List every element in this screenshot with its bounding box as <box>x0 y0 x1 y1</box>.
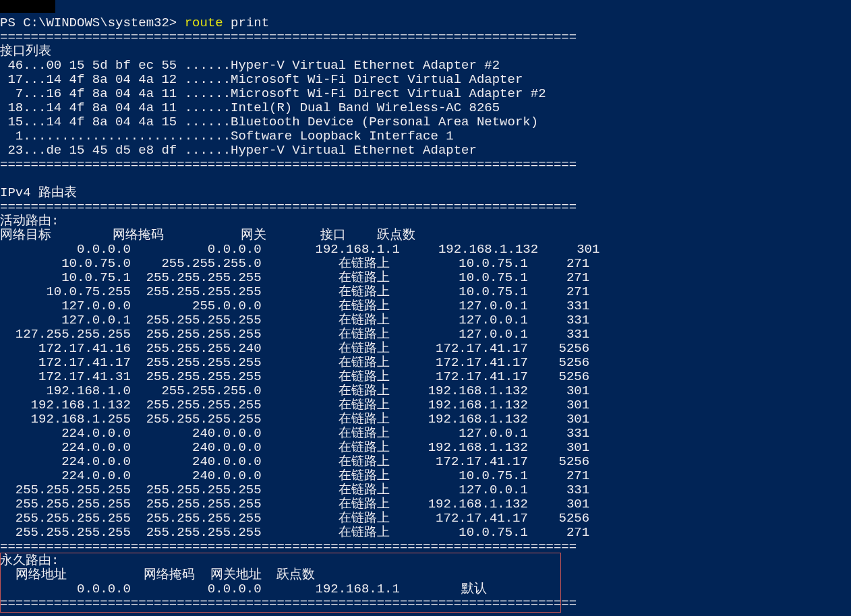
interface-entry: 17...14 4f 8a 04 4a 12 ......Microsoft W… <box>0 72 523 87</box>
persistent-header: 网络地址 网络掩码 网关地址 跃点数 <box>0 567 315 582</box>
active-routes-title: 活动路由: <box>0 214 59 228</box>
route-row: 127.0.0.0 255.0.0.0 在链路上 127.0.0.1 331 <box>0 299 589 313</box>
terminal-output: PS C:\WINDOWS\system32> route print=====… <box>0 16 599 611</box>
route-row: 255.255.255.255 255.255.255.255 在链路上 192… <box>0 497 589 512</box>
route-row: 192.168.1.132 255.255.255.255 在链路上 192.1… <box>0 398 589 412</box>
route-row: 10.0.75.0 255.255.255.0 在链路上 10.0.75.1 2… <box>0 256 589 271</box>
ipv4-route-table-title: IPv4 路由表 <box>0 185 77 200</box>
route-row: 192.168.1.255 255.255.255.255 在链路上 192.1… <box>0 412 589 427</box>
route-row: 0.0.0.0 0.0.0.0 192.168.1.1 192.168.1.13… <box>0 242 599 257</box>
route-row: 224.0.0.0 240.0.0.0 在链路上 127.0.0.1 331 <box>0 426 589 441</box>
route-row: 224.0.0.0 240.0.0.0 在链路上 192.168.1.132 3… <box>0 440 589 455</box>
route-row: 10.0.75.1 255.255.255.255 在链路上 10.0.75.1… <box>0 270 589 285</box>
route-row: 127.255.255.255 255.255.255.255 在链路上 127… <box>0 327 589 342</box>
route-row: 172.17.41.17 255.255.255.255 在链路上 172.17… <box>0 355 589 370</box>
interface-entry: 1...........................Software Loo… <box>0 129 454 144</box>
route-row: 224.0.0.0 240.0.0.0 在链路上 10.0.75.1 271 <box>0 468 589 483</box>
route-row: 224.0.0.0 240.0.0.0 在链路上 172.17.41.17 52… <box>0 454 589 469</box>
interface-entry: 7...16 4f 8a 04 4a 11 ......Microsoft Wi… <box>0 86 546 101</box>
route-row: 172.17.41.16 255.255.255.240 在链路上 172.17… <box>0 341 589 356</box>
route-row: 255.255.255.255 255.255.255.255 在链路上 172… <box>0 511 589 526</box>
interface-list-title: 接口列表 <box>0 44 51 59</box>
interface-entry: 18...14 4f 8a 04 4a 11 ......Intel(R) Du… <box>0 100 500 115</box>
persistent-route-row: 0.0.0.0 0.0.0.0 192.168.1.1 默认 <box>0 582 487 596</box>
prompt-line[interactable]: PS C:\WINDOWS\system32> route print <box>0 16 599 30</box>
separator-line: ========================================… <box>0 157 577 172</box>
powershell-terminal[interactable]: PS C:\WINDOWS\system32> route print=====… <box>0 0 851 616</box>
separator-line: ========================================… <box>0 596 577 611</box>
route-row: 255.255.255.255 255.255.255.255 在链路上 127… <box>0 483 589 497</box>
prompt-path: PS C:\WINDOWS\system32> <box>0 16 185 30</box>
command-route: route <box>185 16 223 30</box>
route-row: 10.0.75.255 255.255.255.255 在链路上 10.0.75… <box>0 284 589 299</box>
separator-line: ========================================… <box>0 539 577 554</box>
route-row: 127.0.0.1 255.255.255.255 在链路上 127.0.0.1… <box>0 313 589 328</box>
separator-line: ========================================… <box>0 199 577 214</box>
route-row: 192.168.1.0 255.255.255.0 在链路上 192.168.1… <box>0 383 589 398</box>
command-arg: print <box>223 16 269 30</box>
interface-entry: 15...14 4f 8a 04 4a 15 ......Bluetooth D… <box>0 115 538 129</box>
interface-entry: 23...de 15 45 d5 e8 df ......Hyper-V Vir… <box>0 143 477 158</box>
route-row: 255.255.255.255 255.255.255.255 在链路上 10.… <box>0 525 589 540</box>
route-table-header: 网络目标 网络掩码 网关 接口 跃点数 <box>0 228 415 243</box>
separator-line: ========================================… <box>0 30 577 44</box>
title-bar-cursor <box>0 0 55 13</box>
persistent-routes-title: 永久路由: <box>0 553 59 568</box>
interface-entry: 46...00 15 5d bf ec 55 ......Hyper-V Vir… <box>0 58 500 73</box>
route-row: 172.17.41.31 255.255.255.255 在链路上 172.17… <box>0 369 589 384</box>
